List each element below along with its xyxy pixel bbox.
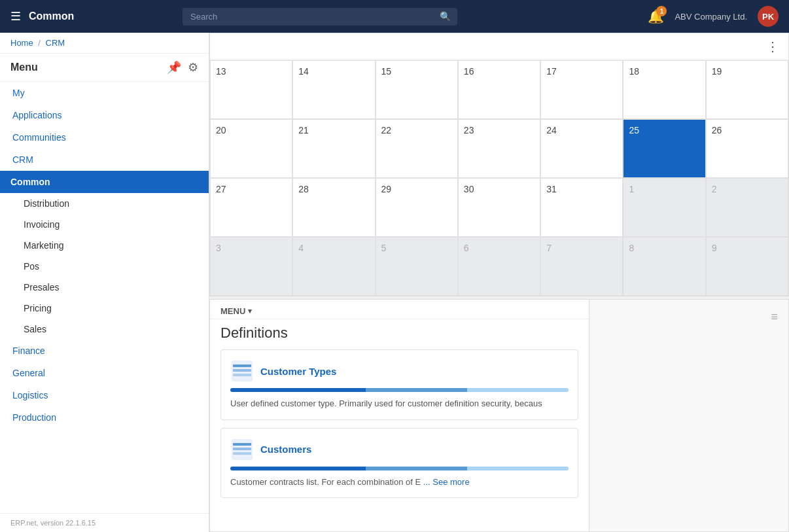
sidebar-item-common-active[interactable]: Common <box>0 171 209 193</box>
customers-title[interactable]: Customers <box>260 444 311 455</box>
hamburger-icon[interactable]: ☰ <box>10 9 21 24</box>
menu-label: MENU <box>220 306 245 316</box>
calendar-cell-5-next[interactable]: 5 <box>376 237 458 296</box>
search-input[interactable] <box>183 8 457 26</box>
calendar-cell-24[interactable]: 24 <box>540 119 623 178</box>
customer-types-card: Customer Types User defined customer typ… <box>220 349 578 420</box>
calendar-cell-22[interactable]: 22 <box>376 119 458 178</box>
calendar-toolbar: ⋮ <box>210 33 788 60</box>
calendar-cell-7-next[interactable]: 7 <box>540 237 623 296</box>
definitions-cards: Customer Types User defined customer typ… <box>210 349 589 531</box>
customers-see-more[interactable]: ... See more <box>423 477 470 487</box>
calendar-cell-15[interactable]: 15 <box>376 60 458 119</box>
sidebar-item-my[interactable]: My <box>0 82 209 104</box>
settings-button[interactable]: ⚙ <box>188 60 198 75</box>
notifications-bell[interactable]: 🔔 1 <box>648 9 664 24</box>
sidebar-item-communities[interactable]: Communities <box>0 126 209 149</box>
calendar-cell-16[interactable]: 16 <box>458 60 540 119</box>
calendar-cell-31[interactable]: 31 <box>540 178 623 237</box>
sidebar-item-logistics[interactable]: Logistics <box>0 384 209 406</box>
customer-types-body: User defined customer type. Primarily us… <box>230 397 569 410</box>
lower-panel: MENU ▾ Definitions <box>209 299 789 532</box>
breadcrumb-crm[interactable]: CRM <box>46 38 65 48</box>
definitions-panel: MENU ▾ Definitions <box>210 300 589 531</box>
calendar-cell-17[interactable]: 17 <box>540 60 623 119</box>
definitions-title: Definitions <box>210 319 589 349</box>
customer-types-title[interactable]: Customer Types <box>260 366 336 377</box>
svg-rect-2 <box>233 369 251 372</box>
calendar-cell-19[interactable]: 19 <box>706 60 788 119</box>
sidebar-item-distribution[interactable]: Distribution <box>0 193 209 214</box>
company-name: ABV Company Ltd. <box>675 12 747 22</box>
calendar-section: ⋮ 13 14 15 16 17 18 19 20 21 22 23 24 25… <box>209 33 789 296</box>
sidebar-menu-header: Menu 📌 ⚙ <box>0 54 209 82</box>
svg-rect-1 <box>233 364 251 367</box>
calendar-cell-8-next[interactable]: 8 <box>623 237 705 296</box>
svg-rect-3 <box>233 374 251 376</box>
customers-body: Customer contracts list. For each combin… <box>230 476 569 489</box>
calendar-cell-30[interactable]: 30 <box>458 178 540 237</box>
sidebar-item-invoicing[interactable]: Invoicing <box>0 214 209 235</box>
right-panel: ≡ <box>589 300 788 531</box>
sidebar-item-marketing[interactable]: Marketing <box>0 235 209 256</box>
calendar-cell-13[interactable]: 13 <box>210 60 292 119</box>
svg-rect-7 <box>233 452 251 455</box>
sidebar-item-finance[interactable]: Finance <box>0 340 209 362</box>
breadcrumb-home[interactable]: Home <box>10 38 33 48</box>
sidebar-item-sales[interactable]: Sales <box>0 319 209 340</box>
avatar[interactable]: PK <box>758 6 779 27</box>
content-area: ⋮ 13 14 15 16 17 18 19 20 21 22 23 24 25… <box>209 33 789 532</box>
search-icon: 🔍 <box>440 11 451 22</box>
resize-handle-icon[interactable]: ≡ <box>771 310 778 324</box>
sidebar-item-applications[interactable]: Applications <box>0 104 209 126</box>
customer-types-image-bar <box>230 388 569 392</box>
navbar-title: Common <box>29 10 74 22</box>
menu-dropdown-button[interactable]: MENU ▾ <box>220 306 252 316</box>
calendar-cell-2-next[interactable]: 2 <box>706 178 788 237</box>
calendar-cell-26[interactable]: 26 <box>706 119 788 178</box>
calendar-cell-18[interactable]: 18 <box>623 60 705 119</box>
customers-card-header: Customers <box>230 438 569 461</box>
customers-card: Customers Customer contracts list. For e… <box>220 428 578 499</box>
sidebar-item-general[interactable]: General <box>0 362 209 384</box>
calendar-cell-9-next[interactable]: 9 <box>706 237 788 296</box>
calendar-cell-4-next[interactable]: 4 <box>292 237 375 296</box>
sidebar-item-production[interactable]: Production <box>0 406 209 429</box>
sidebar-nav: My Applications Communities CRM Common D… <box>0 82 209 513</box>
sidebar-menu-icons: 📌 ⚙ <box>167 60 198 75</box>
customer-types-card-header: Customer Types <box>230 359 569 383</box>
sidebar-version: ERP.net, version 22.1.6.15 <box>0 513 209 532</box>
sidebar-item-pricing[interactable]: Pricing <box>0 298 209 319</box>
breadcrumb: Home / CRM <box>0 33 209 54</box>
sidebar-item-presales[interactable]: Presales <box>0 277 209 298</box>
main-layout: Home / CRM Menu 📌 ⚙ My Applications Comm… <box>0 33 789 532</box>
calendar-cell-29[interactable]: 29 <box>376 178 458 237</box>
calendar-cell-3-next[interactable]: 3 <box>210 237 292 296</box>
sidebar-item-pos[interactable]: Pos <box>0 256 209 277</box>
customers-icon <box>230 438 254 461</box>
calendar-cell-6-next[interactable]: 6 <box>458 237 540 296</box>
customers-image-bar <box>230 467 569 470</box>
svg-rect-6 <box>233 448 251 450</box>
search-container: 🔍 <box>183 8 457 26</box>
sidebar-item-crm[interactable]: CRM <box>0 149 209 171</box>
pin-button[interactable]: 📌 <box>167 60 181 75</box>
calendar-grid: 13 14 15 16 17 18 19 20 21 22 23 24 25 2… <box>210 60 788 296</box>
svg-rect-5 <box>233 443 251 446</box>
calendar-cell-25-today[interactable]: 25 <box>623 119 705 178</box>
calendar-cell-27[interactable]: 27 <box>210 178 292 237</box>
sidebar-menu-title: Menu <box>10 62 38 73</box>
calendar-cell-28[interactable]: 28 <box>292 178 375 237</box>
definitions-menu-bar: MENU ▾ <box>210 300 589 319</box>
calendar-cell-1-next[interactable]: 1 <box>623 178 705 237</box>
notification-badge: 1 <box>656 6 667 16</box>
navbar: ☰ Common 🔍 🔔 1 ABV Company Ltd. PK <box>0 0 789 33</box>
calendar-cell-14[interactable]: 14 <box>292 60 375 119</box>
breadcrumb-separator: / <box>38 38 41 48</box>
calendar-cell-21[interactable]: 21 <box>292 119 375 178</box>
chevron-down-icon: ▾ <box>248 307 252 315</box>
calendar-cell-20[interactable]: 20 <box>210 119 292 178</box>
calendar-more-button[interactable]: ⋮ <box>766 39 780 54</box>
navbar-right: 🔔 1 ABV Company Ltd. PK <box>648 6 779 27</box>
calendar-cell-23[interactable]: 23 <box>458 119 540 178</box>
